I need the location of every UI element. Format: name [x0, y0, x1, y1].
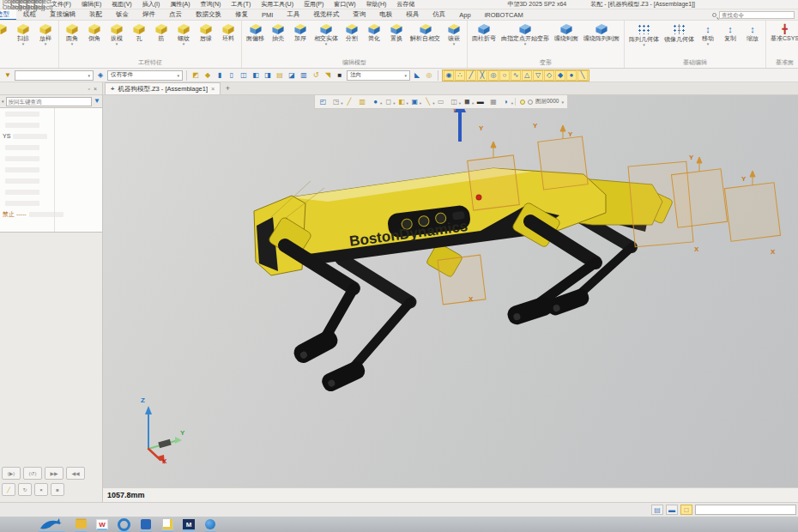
- menu-item[interactable]: 插入(I): [137, 0, 166, 9]
- snap-line-icon[interactable]: ╱: [466, 70, 476, 81]
- robot-dog-model[interactable]: BostonDynamics: [103, 95, 798, 487]
- menu-item[interactable]: 工具(T): [226, 0, 256, 9]
- ribbon-button[interactable]: 倒角 ▾: [83, 21, 106, 47]
- ribbon-button[interactable]: 基准CSYS ▾: [768, 21, 798, 47]
- edit-sketch-button[interactable]: ╱: [2, 483, 15, 496]
- menu-item[interactable]: 文件(F): [46, 0, 76, 9]
- w-app-icon[interactable]: W: [96, 519, 108, 529]
- ribbon-button[interactable]: 移动 ▾: [697, 21, 719, 47]
- snap-grid-icon[interactable]: ●: [566, 70, 577, 81]
- ribbon-button[interactable]: 分割 ▾: [341, 21, 363, 47]
- menu-item[interactable]: 云存储: [391, 0, 420, 9]
- ribbon-button[interactable]: 孔 ▾: [128, 21, 150, 47]
- close-panel-icon[interactable]: ×: [94, 86, 97, 92]
- tree-row[interactable]: [0, 197, 102, 209]
- display-filter-icon[interactable]: ▼: [3, 70, 13, 81]
- orientation-combo[interactable]: 法向▾: [347, 70, 410, 81]
- snap-midpoint-icon[interactable]: ∴: [455, 70, 465, 81]
- snap-center-icon[interactable]: ◎: [488, 70, 499, 81]
- select-component-icon[interactable]: ◨: [263, 70, 273, 81]
- viewport-tool[interactable]: ╲▾: [423, 98, 434, 106]
- ribbon-button[interactable]: 圆角 ▾: [61, 21, 83, 47]
- history-icon[interactable]: ↺: [311, 70, 321, 81]
- dock-panel-icon[interactable]: ▫: [88, 86, 89, 92]
- history-combo[interactable]: ▾: [15, 70, 94, 81]
- list-icon[interactable]: ▤: [275, 70, 285, 81]
- ribbon-tab[interactable]: 视觉样式: [306, 9, 346, 20]
- ribbon-button[interactable]: 放样 ▾: [34, 21, 57, 47]
- ribbon-button[interactable]: 坯料 ▾: [217, 21, 239, 47]
- new-tab-button[interactable]: +: [221, 82, 234, 94]
- target-icon[interactable]: ◎: [424, 70, 434, 81]
- viewport-tool[interactable]: ◧▾: [397, 98, 408, 106]
- normal-view-icon[interactable]: ◣: [412, 70, 422, 81]
- ribbon-tab[interactable]: 模具: [399, 9, 426, 20]
- snap-endpoint-icon[interactable]: ◆: [555, 70, 565, 81]
- ribbon-tab[interactable]: 焊件: [136, 9, 162, 20]
- close-tab-icon[interactable]: ×: [211, 85, 215, 93]
- viewport-tool[interactable]: ▬▾: [475, 98, 487, 106]
- ribbon-button[interactable]: 缠绕阵列到面 ▾: [581, 21, 622, 47]
- select-curve-icon[interactable]: ▥: [299, 70, 309, 81]
- ribbon-tab[interactable]: App: [452, 9, 477, 20]
- menu-item[interactable]: 编辑(E): [76, 0, 106, 9]
- snap-quadrant-icon[interactable]: ◇: [544, 70, 554, 81]
- clipboard-icon[interactable]: ▤: [651, 505, 663, 515]
- ribbon-button[interactable]: 唇缘 ▾: [195, 21, 217, 47]
- viewport-tool[interactable]: ▥▾: [358, 98, 369, 106]
- ribbon-button[interactable]: 拔模 ▾: [106, 21, 128, 47]
- ribbon-tab[interactable]: 数据交换: [189, 9, 228, 20]
- delete-button[interactable]: ×: [34, 483, 48, 496]
- fast-forward-button[interactable]: ▶▶: [45, 467, 63, 480]
- ribbon-tab[interactable]: PMI: [255, 9, 280, 20]
- status-input[interactable]: [695, 505, 796, 515]
- tree-row[interactable]: [0, 175, 102, 186]
- color-swatch-icon[interactable]: ■: [335, 70, 345, 81]
- ribbon-button[interactable]: 置换 ▾: [385, 21, 408, 47]
- file-explorer-icon[interactable]: [75, 518, 87, 531]
- select-face-icon[interactable]: ▮: [215, 70, 225, 81]
- menu-item[interactable]: 属性(A): [165, 0, 195, 9]
- swatch-button[interactable]: ■: [51, 483, 64, 496]
- ribbon-button[interactable]: 由指定点开始变形 ▾: [499, 21, 552, 47]
- selected-point[interactable]: [476, 195, 481, 200]
- menu-item[interactable]: 帮助(H): [361, 0, 392, 9]
- ribbon-tab[interactable]: 修复: [228, 9, 255, 20]
- ribbon-button[interactable]: 加厚 ▾: [289, 21, 311, 47]
- browser-icon[interactable]: [118, 518, 130, 531]
- ribbon-tab[interactable]: 工具: [280, 9, 306, 20]
- ribbon-tab[interactable]: 电极: [372, 9, 399, 20]
- lock-icon[interactable]: ◆: [203, 70, 213, 81]
- command-search-input[interactable]: [719, 11, 795, 19]
- tree-row[interactable]: [0, 108, 102, 119]
- ribbon-button[interactable]: 缩放 ▾: [741, 21, 764, 47]
- document-tab[interactable]: + 机器狗模型.Z3 - [Assemblage1] ×: [105, 82, 221, 94]
- ribbon-tab[interactable]: iROBOTCAM: [478, 9, 530, 20]
- menu-item[interactable]: 视图(V): [106, 0, 136, 9]
- snap-curve-icon[interactable]: ∿: [511, 70, 521, 81]
- viewport-tool[interactable]: ▭▾: [436, 98, 447, 106]
- ribbon-button[interactable]: 复制 ▾: [719, 21, 741, 47]
- menu-item[interactable]: 窗口(W): [329, 0, 360, 9]
- viewport-tool[interactable]: ╱▾: [345, 98, 356, 106]
- ribbon-button[interactable]: 扫掠 ▾: [12, 21, 34, 47]
- viewport-canvas[interactable]: ◰▾◳▾╱▾▥▾●▾◻▾◧▾▣▾╲▾▭▾◫▾◼▾▬▾▦▾◗▾ 图层0000 ▾: [103, 95, 798, 487]
- ribbon-button[interactable]: 缠绕到面 ▾: [552, 21, 581, 47]
- menu-item[interactable]: 查询(N): [196, 0, 227, 9]
- ribbon-tab[interactable]: 查询: [346, 9, 372, 20]
- ribbon-button[interactable]: 阵列几何体 ▾: [626, 21, 662, 48]
- snap-vertex-icon[interactable]: △: [522, 70, 532, 81]
- part-scope-icon[interactable]: ◈: [95, 70, 106, 81]
- ribbon-tab[interactable]: 线框: [16, 9, 43, 20]
- tree-row[interactable]: [0, 142, 102, 153]
- tree-row[interactable]: 禁止 -----: [0, 209, 102, 220]
- viewport-tool[interactable]: ◻▾: [384, 98, 395, 106]
- select-sketch-icon[interactable]: ◪: [287, 70, 297, 81]
- ribbon-button[interactable]: 螺纹 ▾: [172, 21, 195, 47]
- ribbon-button[interactable]: 简化 ▾: [363, 21, 385, 47]
- viewport-tool[interactable]: ◫▾: [450, 98, 461, 106]
- frame-toggle-icon[interactable]: □: [680, 505, 692, 515]
- ribbon-button[interactable]: 镶嵌 ▾: [443, 21, 465, 47]
- ribbon-button[interactable]: 相交实体 ▾: [311, 21, 341, 47]
- replay-button[interactable]: (↺): [23, 467, 42, 480]
